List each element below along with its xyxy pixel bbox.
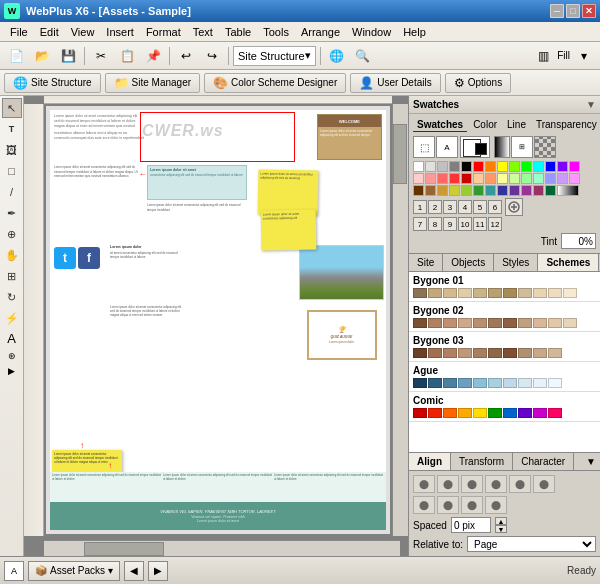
prev-page-button[interactable]: ◀ [124,561,144,581]
menu-format[interactable]: Format [140,24,187,40]
color-b1[interactable] [545,173,556,184]
distribute-h[interactable]: ⬤ [413,496,435,514]
media-tool[interactable]: ▶ [6,364,17,378]
color-v1[interactable] [557,173,568,184]
tab-styles[interactable]: Styles [494,254,538,271]
tab-objects[interactable]: Objects [443,254,494,271]
zoom-tool[interactable]: ⊕ [2,224,22,244]
user-details-tab[interactable]: 👤 User Details [350,73,440,93]
options-tab[interactable]: ⚙ Options [445,73,511,93]
color-yellow[interactable] [497,161,508,172]
fill-options[interactable]: ▥ [531,45,555,67]
tab-align[interactable]: Align [409,453,451,470]
align-right[interactable]: ⬤ [461,475,483,493]
color-b2[interactable] [497,185,508,196]
color-blue[interactable] [545,161,556,172]
color-g3[interactable] [461,185,472,196]
redo-button[interactable]: ↪ [200,45,224,67]
spaced-down[interactable]: ▼ [495,525,507,533]
swatches-collapse[interactable]: ▼ [586,99,596,110]
swatch-8[interactable]: 8 [428,217,442,231]
color-gray[interactable] [449,161,460,172]
site-structure-dropdown[interactable]: Site Structure▾ [233,46,316,66]
minimize-button[interactable]: ─ [550,4,564,18]
hand-tool[interactable]: ✋ [2,245,22,265]
align-collapse[interactable]: ▼ [582,453,600,470]
vertical-scrollbar[interactable] [392,104,408,536]
color-green[interactable] [521,161,532,172]
tab-schemes[interactable]: Schemes [538,254,599,271]
color-silver[interactable] [437,161,448,172]
menu-edit[interactable]: Edit [34,24,65,40]
color-black[interactable] [461,161,472,172]
distribute-v[interactable]: ⬤ [437,496,459,514]
menu-help[interactable]: Help [397,24,432,40]
swatch-tool-1[interactable]: ⬚ [413,136,435,158]
color-r5[interactable] [461,173,472,184]
color-v2[interactable] [509,185,520,196]
tint-input[interactable] [561,233,596,249]
menu-arrange[interactable]: Arrange [295,24,346,40]
color-magenta[interactable] [569,161,580,172]
color-scheme-tab[interactable]: 🎨 Color Scheme Designer [204,73,346,93]
checker-tool[interactable] [534,136,556,158]
color-br2[interactable] [425,185,436,196]
scheme-bygone02[interactable]: Bygone 02 [409,302,600,332]
swatch-1[interactable]: 1 [413,200,427,214]
close-button[interactable]: ✕ [582,4,596,18]
swatches-tab-line[interactable]: Line [503,118,530,132]
menu-file[interactable]: File [4,24,34,40]
color-c2[interactable] [485,185,496,196]
swatch-9[interactable]: 9 [443,217,457,231]
scheme-ague[interactable]: Ague [409,362,600,392]
color-o2[interactable] [485,173,496,184]
color-r2[interactable] [425,173,436,184]
swatches-tab-transparency[interactable]: Transparency [532,118,600,132]
undo-button[interactable]: ↩ [174,45,198,67]
text-tool[interactable]: T [2,119,22,139]
color-m1[interactable] [569,173,580,184]
pattern-tool[interactable]: ⊞ [511,136,533,158]
color-violet[interactable] [557,161,568,172]
extra-tool[interactable]: ⊛ [6,349,18,363]
color-m2[interactable] [521,185,532,196]
align-left[interactable]: ⬤ [413,475,435,493]
line-tool[interactable]: / [2,182,22,202]
menu-tools[interactable]: Tools [257,24,295,40]
browser-btn[interactable]: 🌐 [325,45,349,67]
color-r3[interactable] [437,173,448,184]
scheme-bygone03[interactable]: Bygone 03 [409,332,600,362]
paste-button[interactable]: 📌 [141,45,165,67]
site-structure-tab[interactable]: 🌐 Site Structure [4,73,101,93]
swatch-6[interactable]: 6 [488,200,502,214]
menu-text[interactable]: Text [187,24,219,40]
fill-dropdown[interactable]: ▾ [572,45,596,67]
pointer-tool[interactable]: ↖ [2,98,22,118]
new-button[interactable]: 📄 [4,45,28,67]
align-center-v[interactable]: ⬤ [509,475,531,493]
swatch-5[interactable]: 5 [473,200,487,214]
menu-insert[interactable]: Insert [100,24,140,40]
open-button[interactable]: 📂 [30,45,54,67]
color-orange[interactable] [485,161,496,172]
color-cyan[interactable] [533,161,544,172]
color-lgray[interactable] [425,161,436,172]
color-c1[interactable] [533,173,544,184]
color-y2[interactable] [449,185,460,196]
swatch-edit-btn[interactable] [505,198,523,216]
tab-character[interactable]: Character [513,453,574,470]
align-center-h[interactable]: ⬤ [437,475,459,493]
spaced-input[interactable] [451,517,491,533]
color-red[interactable] [473,161,484,172]
swatch-2[interactable]: 2 [428,200,442,214]
maximize-button[interactable]: □ [566,4,580,18]
horizontal-scrollbar[interactable] [44,540,400,556]
crop-tool[interactable]: ⊞ [2,266,22,286]
color-g1[interactable] [509,173,520,184]
color-g2[interactable] [521,173,532,184]
scheme-bygone01[interactable]: Bygone 01 [409,272,600,302]
cut-button[interactable]: ✂ [89,45,113,67]
menu-table[interactable]: Table [219,24,257,40]
swatch-11[interactable]: 11 [473,217,487,231]
next-page-button[interactable]: ▶ [148,561,168,581]
